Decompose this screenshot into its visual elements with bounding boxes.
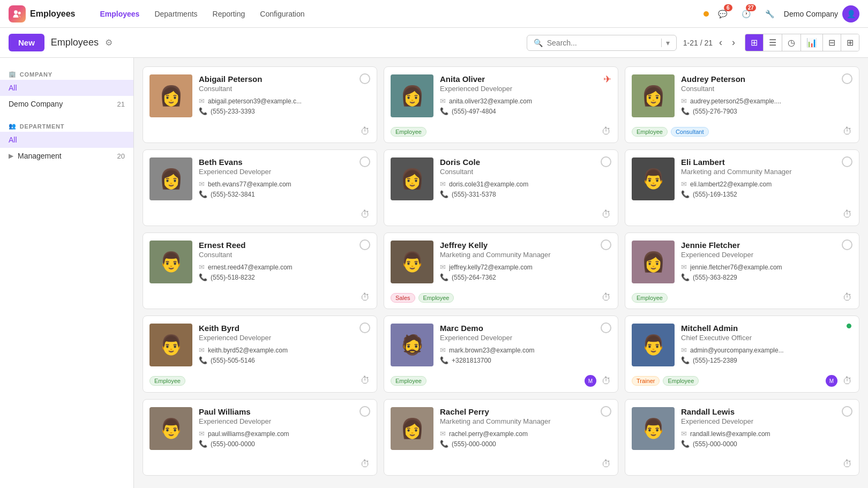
- nav-configuration[interactable]: Configuration: [252, 5, 312, 22]
- phone-icon: 📞: [440, 440, 448, 448]
- card-bottom: ⏱: [143, 455, 377, 475]
- clock-button[interactable]: ⏱: [361, 375, 370, 386]
- email-icon: ✉: [440, 430, 446, 438]
- select-checkbox[interactable]: [360, 322, 370, 333]
- select-checkbox[interactable]: [601, 322, 611, 333]
- employee-card[interactable]: 👨 Randall Lewis Experienced Developer ✉ …: [625, 399, 859, 476]
- email-icon: ✉: [199, 346, 205, 354]
- nav-employees[interactable]: Employees: [92, 5, 147, 22]
- phone-icon: 📞: [199, 273, 207, 281]
- select-checkbox[interactable]: [360, 406, 370, 417]
- sidebar-item-management[interactable]: ▶ Management 20: [0, 148, 133, 164]
- clock-button[interactable]: ⏱: [602, 459, 611, 470]
- employee-role: Consultant: [681, 85, 852, 93]
- select-checkbox[interactable]: [360, 239, 370, 250]
- select-checkbox[interactable]: [842, 406, 852, 417]
- card-top: 👨 Randall Lewis Experienced Developer ✉ …: [625, 400, 859, 455]
- tag-employee: Employee: [391, 376, 426, 386]
- clock-button[interactable]: ⏱: [843, 292, 852, 303]
- clock-button[interactable]: ⏱: [361, 126, 370, 137]
- settings-gear-icon[interactable]: ⚙: [105, 37, 113, 48]
- employee-card[interactable]: 👩 Anita Oliver Experienced Developer ✉ a…: [384, 66, 618, 143]
- nav-reporting[interactable]: Reporting: [205, 5, 253, 22]
- next-page-button[interactable]: ›: [729, 36, 738, 49]
- phone-icon: 📞: [199, 356, 207, 364]
- select-checkbox[interactable]: [360, 156, 370, 167]
- phone-row: 📞 (555)-264-7362: [440, 273, 611, 281]
- select-checkbox[interactable]: [601, 239, 611, 250]
- employee-contact: ✉ abigail.peterson39@example.c... 📞 (555…: [199, 97, 370, 115]
- employee-card[interactable]: 👨 Paul Williams Experienced Developer ✉ …: [143, 399, 377, 476]
- select-checkbox[interactable]: [842, 156, 852, 167]
- employee-name: Abigail Peterson: [199, 74, 370, 84]
- employee-actions: ⏱: [843, 209, 852, 220]
- select-checkbox[interactable]: [360, 73, 370, 84]
- employee-card[interactable]: 👨 Mitchell Admin Chief Executive Officer…: [625, 316, 859, 393]
- notifications-button[interactable]: 💬 6: [713, 4, 732, 24]
- search-input[interactable]: [547, 39, 657, 47]
- kanban-view-button[interactable]: ⊞: [745, 34, 764, 51]
- alerts-button[interactable]: 🕐 27: [737, 4, 756, 24]
- employee-card[interactable]: 👨 Keith Byrd Experienced Developer ✉ kei…: [143, 316, 377, 393]
- phone-row: 📞 (555)-000-0000: [681, 440, 852, 448]
- search-dropdown-button[interactable]: ▾: [661, 39, 670, 47]
- employee-card[interactable]: 👩 Abigail Peterson Consultant ✉ abigail.…: [143, 66, 377, 143]
- employee-role: Experienced Developer: [199, 334, 370, 342]
- sidebar-item-all-company[interactable]: All: [0, 80, 133, 96]
- clock-button[interactable]: ⏱: [843, 376, 852, 387]
- employee-card[interactable]: 👩 Beth Evans Experienced Developer ✉ bet…: [143, 149, 377, 226]
- clock-button[interactable]: ⏱: [602, 292, 611, 303]
- clock-button[interactable]: ⏱: [602, 209, 611, 220]
- select-checkbox[interactable]: [601, 406, 611, 417]
- new-button[interactable]: New: [9, 34, 44, 51]
- clock-button[interactable]: ⏱: [361, 459, 370, 470]
- list-view-button[interactable]: ☰: [764, 34, 782, 51]
- employee-card[interactable]: 👨 Ernest Reed Consultant ✉ ernest.reed47…: [143, 232, 377, 309]
- employee-actions: ⏱: [843, 126, 852, 137]
- clock-button[interactable]: ⏱: [361, 292, 370, 303]
- card-top: 👨 Eli Lambert Marketing and Community Ma…: [625, 150, 859, 206]
- employee-actions: M ⏱: [585, 375, 611, 387]
- clock-button[interactable]: ⏱: [843, 126, 852, 137]
- employee-avatar: 👨: [632, 407, 675, 450]
- employee-actions: ⏱: [361, 375, 370, 386]
- sidebar-item-all-department[interactable]: All: [0, 132, 133, 148]
- employee-card[interactable]: 👩 Rachel Perry Marketing and Community M…: [384, 399, 618, 476]
- clock-button[interactable]: ⏱: [361, 209, 370, 220]
- employee-role: Experienced Developer: [440, 334, 611, 342]
- select-checkbox[interactable]: [842, 239, 852, 250]
- company-name[interactable]: Demo Company: [784, 10, 838, 18]
- chart-view-button[interactable]: 📊: [801, 34, 823, 51]
- activity-view-button[interactable]: ◷: [782, 34, 801, 51]
- search-box: 🔍 ▾: [527, 35, 677, 51]
- sidebar-item-demo-company[interactable]: Demo Company 21: [0, 96, 133, 112]
- nav-departments[interactable]: Departments: [147, 5, 205, 22]
- employee-card[interactable]: 👩 Jennie Fletcher Experienced Developer …: [625, 232, 859, 309]
- phone-row: 📞 (555)-497-4804: [440, 107, 611, 115]
- employee-role: Experienced Developer: [681, 417, 852, 425]
- user-avatar[interactable]: 👤: [842, 5, 859, 22]
- employee-card[interactable]: 🧔 Marc Demo Experienced Developer ✉ mark…: [384, 316, 618, 393]
- employee-card[interactable]: 👩 Audrey Peterson Consultant ✉ audrey.pe…: [625, 66, 859, 143]
- email-icon: ✉: [199, 263, 205, 271]
- employee-name: Randall Lewis: [681, 407, 852, 416]
- expand-icon: ▶: [9, 152, 13, 160]
- phone-row: 📞 (555)-000-0000: [199, 440, 370, 448]
- prev-page-button[interactable]: ‹: [716, 36, 725, 49]
- select-checkbox[interactable]: [842, 73, 852, 84]
- clock-button[interactable]: ⏱: [843, 459, 852, 470]
- employee-card[interactable]: 👨 Eli Lambert Marketing and Community Ma…: [625, 149, 859, 226]
- app-logo[interactable]: Employees: [9, 5, 84, 22]
- phone-icon: 📞: [440, 356, 448, 364]
- employee-name: Paul Williams: [199, 407, 370, 416]
- clock-button[interactable]: ⏱: [602, 376, 611, 387]
- settings-button[interactable]: 🔧: [760, 4, 780, 24]
- employee-card[interactable]: 👩 Doris Cole Consultant ✉ doris.cole31@e…: [384, 149, 618, 226]
- employee-card[interactable]: 👨 Jeffrey Kelly Marketing and Community …: [384, 232, 618, 309]
- clock-button[interactable]: ⏱: [602, 126, 611, 137]
- select-checkbox[interactable]: [601, 156, 611, 167]
- employee-contact: ✉ eli.lambert22@example.com 📞 (555)-169-…: [681, 180, 852, 198]
- table-view-button[interactable]: ⊟: [823, 34, 841, 51]
- clock-button[interactable]: ⏱: [843, 209, 852, 220]
- pivot-view-button[interactable]: ⊞: [841, 34, 859, 51]
